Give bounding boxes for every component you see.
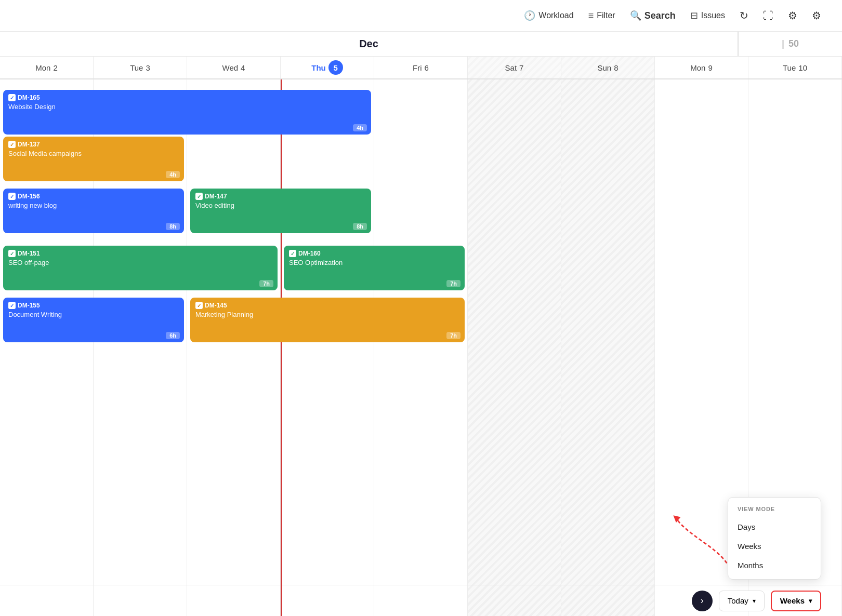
check-icon <box>8 193 16 200</box>
task-card-dm160[interactable]: DM-160 SEO Optimization 7h <box>284 246 465 290</box>
task-title: SEO off-page <box>8 259 272 266</box>
grid-col-2 <box>187 79 281 616</box>
today-button[interactable]: Today ▾ <box>719 591 765 611</box>
task-hours: 8h <box>353 223 367 230</box>
task-id: DM-156 <box>8 193 179 200</box>
day-header-thu5: Thu 5 <box>281 57 374 78</box>
workload-button[interactable]: 🕐 Workload <box>524 10 573 21</box>
day-num: 9 <box>708 63 712 72</box>
grid-col-3 <box>281 79 374 616</box>
task-card-dm145[interactable]: DM-145 Marketing Planning 7h <box>190 298 465 342</box>
settings-icon[interactable]: ⚙ <box>812 9 821 22</box>
issues-button[interactable]: ⊟ Issues <box>690 10 725 21</box>
day-header-fri6: Fri 6 <box>374 57 468 78</box>
grid-col-6 <box>561 79 655 616</box>
day-label: Wed <box>222 63 239 72</box>
task-id-text: DM-165 <box>18 94 40 101</box>
days-header: Mon 2Tue 3Wed 4Thu 5Fri 6Sat 7Sun 8Mon 9… <box>0 57 842 79</box>
today-line <box>281 79 282 616</box>
task-title: Marketing Planning <box>195 311 459 318</box>
task-title: SEO Optimization <box>289 259 459 266</box>
task-hours: 8h <box>166 223 180 230</box>
task-id-text: DM-147 <box>205 193 227 200</box>
toolbar: 🕐 Workload ≡ Filter 🔍 Search ⊟ Issues ↻ … <box>0 0 842 32</box>
task-card-dm147[interactable]: DM-147 Video editing 8h <box>190 189 371 233</box>
task-card-dm156[interactable]: DM-156 writing new blog 8h <box>3 189 184 233</box>
search-icon: 🔍 <box>630 10 641 21</box>
task-id: DM-165 <box>8 94 366 101</box>
chevron-down-icon-weeks: ▾ <box>809 597 812 605</box>
day-label: Tue <box>130 63 143 72</box>
filter-label: Filter <box>597 11 615 20</box>
day-header-tue10: Tue 10 <box>748 57 842 78</box>
task-hours: 4h <box>353 124 367 131</box>
clock-icon: 🕐 <box>524 10 535 21</box>
day-num: 7 <box>519 63 523 72</box>
sync-icon[interactable]: ↻ <box>740 9 748 22</box>
task-id: DM-147 <box>195 193 366 200</box>
day-label: Mon <box>35 63 50 72</box>
check-icon <box>8 250 16 257</box>
task-hours: 7h <box>446 280 461 287</box>
task-title: Social Media campaigns <box>8 150 179 157</box>
task-card-dm165[interactable]: DM-165 Website Design 4h <box>3 90 371 135</box>
task-title: Document Writing <box>8 311 179 318</box>
week-number: | 50 <box>738 32 842 56</box>
task-id: DM-155 <box>8 302 179 309</box>
bottom-bar: › Today ▾ Weeks ▾ <box>0 585 842 616</box>
day-num: 2 <box>53 63 57 72</box>
search-button[interactable]: 🔍 Search <box>630 10 676 21</box>
task-id-text: DM-160 <box>298 250 321 257</box>
task-hours: 7h <box>446 332 461 339</box>
view-mode-popup: VIEW MODE DaysWeeksMonths <box>728 497 821 580</box>
task-id: DM-145 <box>195 302 459 309</box>
view-mode-option-months[interactable]: Months <box>728 556 821 575</box>
filter-icon: ≡ <box>588 10 594 21</box>
task-hours: 4h <box>166 171 180 178</box>
day-header-tue3: Tue 3 <box>94 57 187 78</box>
day-label: Mon <box>690 63 705 72</box>
day-num: 3 <box>146 63 150 72</box>
day-header-mon9: Mon 9 <box>655 57 748 78</box>
weeks-label: Weeks <box>780 596 805 605</box>
chevron-down-icon: ▾ <box>753 597 756 605</box>
grid-col-5 <box>468 79 561 616</box>
adjust-icon[interactable]: ⚙ <box>788 9 797 22</box>
task-id-text: DM-145 <box>205 302 227 309</box>
day-num: 8 <box>614 63 618 72</box>
month-header: Dec | 50 <box>0 32 842 57</box>
day-header-mon2: Mon 2 <box>0 57 94 78</box>
day-label: Sun <box>597 63 611 72</box>
search-label: Search <box>644 10 676 21</box>
task-title: Video editing <box>195 202 366 209</box>
task-hours: 7h <box>259 280 273 287</box>
fullscreen-icon[interactable]: ⛶ <box>763 10 773 22</box>
day-num: 10 <box>798 63 807 72</box>
check-icon <box>8 94 16 101</box>
task-card-dm151[interactable]: DM-151 SEO off-page 7h <box>3 246 278 290</box>
issues-label: Issues <box>701 11 725 20</box>
task-id: DM-137 <box>8 141 179 148</box>
check-icon <box>195 193 203 200</box>
weeks-button[interactable]: Weeks ▾ <box>771 591 821 611</box>
task-card-dm137[interactable]: DM-137 Social Media campaigns 4h <box>3 137 184 181</box>
task-id-text: DM-137 <box>18 141 40 148</box>
task-id-text: DM-155 <box>18 302 40 309</box>
task-title: Website Design <box>8 103 366 111</box>
day-label: Tue <box>783 63 796 72</box>
task-title: writing new blog <box>8 202 179 209</box>
view-mode-option-weeks[interactable]: Weeks <box>728 537 821 556</box>
day-header-sat7: Sat 7 <box>468 57 561 78</box>
task-card-dm155[interactable]: DM-155 Document Writing 6h <box>3 298 184 342</box>
workload-label: Workload <box>538 11 573 20</box>
issues-icon: ⊟ <box>690 10 698 21</box>
day-num: 6 <box>425 63 429 72</box>
filter-button[interactable]: ≡ Filter <box>588 10 615 21</box>
day-label: Thu <box>311 63 326 72</box>
prev-button[interactable]: › <box>692 591 713 611</box>
day-label: Sat <box>505 63 517 72</box>
task-id-text: DM-156 <box>18 193 40 200</box>
view-mode-option-days[interactable]: Days <box>728 517 821 537</box>
task-id: DM-151 <box>8 250 272 257</box>
check-icon <box>8 302 16 309</box>
